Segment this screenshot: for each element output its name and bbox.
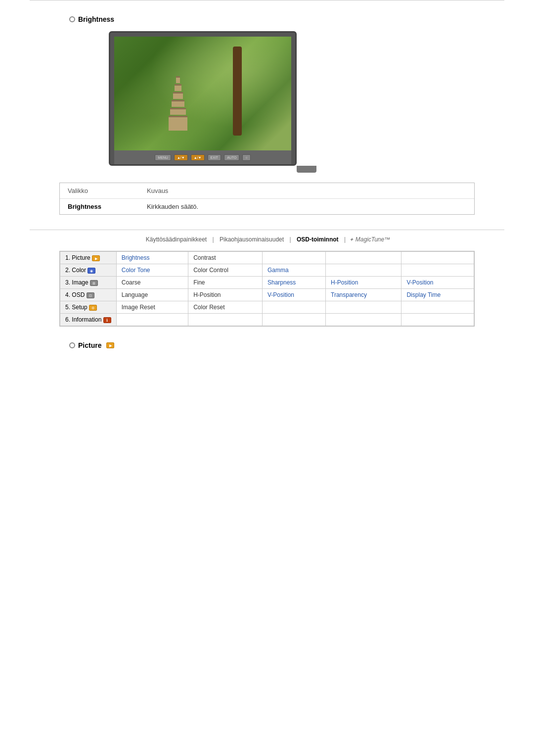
col-kuvaus: Kuvaus [147,187,168,194]
sub-empty-4 [326,264,401,277]
sub-info-1 [116,314,188,326]
sub-coarse[interactable]: Coarse [116,277,188,289]
picture-icon: ▶ [92,255,100,261]
info-table-header: Valikko Kuvaus [60,183,474,199]
menu-item-image[interactable]: 3. Image ⊞ [60,277,117,289]
contrast-button[interactable]: ▲/▼ [191,154,205,161]
picture-circle-icon [69,342,75,348]
nav-link-1[interactable]: Käyttösäädinpainikkeet [146,236,207,243]
sub-color-reset[interactable]: Color Reset [188,301,263,314]
menu-item-information[interactable]: 6. Information ℹ [60,314,117,326]
col-valikko: Valikko [68,187,147,194]
table-row: 5. Setup ⚙ Image Reset Color Reset [60,301,474,314]
table-row: 3. Image ⊞ Coarse Fine Sharpness H-Posit… [60,277,474,289]
picture-label: Picture [78,341,101,349]
sub-empty-1 [263,252,326,264]
monitor-stand [297,166,316,173]
info-table-row: Brightness Kirkkauden säätö. [60,199,474,214]
menu-item-color[interactable]: 2. Color ◉ [60,264,117,277]
picture-section: Picture ▶ [69,341,504,349]
screen-overlay [114,37,291,150]
magictune-logo: ✦ MagicTune™ [349,236,390,243]
monitor-screen [114,37,291,150]
sub-color-tone[interactable]: Color Tone [116,264,188,277]
table-row: 2. Color ◉ Color Tone Color Control Gamm… [60,264,474,277]
pagoda [169,76,187,132]
power-button[interactable]: ○ [242,154,250,161]
table-row: 1. Picture ▶ Brightness Contrast [60,252,474,264]
menu-table-container: 1. Picture ▶ Brightness Contrast 2. Colo… [59,251,475,327]
table-row: 4. OSD ⊡ Language H-Position V-Position … [60,289,474,301]
sub-brightness[interactable]: Brightness [116,252,188,264]
sub-empty-3 [401,252,474,264]
sub-fine[interactable]: Fine [188,277,263,289]
auto-button[interactable]: AUTO [224,154,239,161]
row-label: Brightness [68,203,147,210]
sub-v-position[interactable]: V-Position [401,277,474,289]
sub-transparency[interactable]: Transparency [326,289,401,301]
sub-info-2 [188,314,263,326]
image-icon: ⊞ [90,280,98,286]
osd-icon: ⊡ [87,292,94,298]
nav-link-3[interactable]: OSD-toiminnot [297,236,339,243]
sub-info-5 [401,314,474,326]
table-row: 6. Information ℹ [60,314,474,326]
nav-sep-3: | [344,236,346,243]
sub-info-3 [263,314,326,326]
monitor-controls: MENU ▲/▼ ▲/▼ EXIT AUTO ○ [114,150,291,164]
sub-empty-2 [326,252,401,264]
menu-item-setup[interactable]: 5. Setup ⚙ [60,301,117,314]
information-icon: ℹ [103,317,111,323]
sub-empty-5 [401,264,474,277]
sub-empty-6 [263,301,326,314]
nav-links: Käyttösäädinpainikkeet | Pikaohjausomina… [30,230,504,243]
color-icon: ◉ [88,268,95,274]
sub-info-4 [326,314,401,326]
sub-image-reset[interactable]: Image Reset [116,301,188,314]
menu-item-picture[interactable]: 1. Picture ▶ [60,252,117,264]
sub-display-time[interactable]: Display Time [401,289,474,301]
sub-osd-v-position[interactable]: V-Position [263,289,326,301]
sub-empty-8 [401,301,474,314]
sub-color-control[interactable]: Color Control [188,264,263,277]
sub-contrast[interactable]: Contrast [188,252,263,264]
sub-language[interactable]: Language [116,289,188,301]
exit-button[interactable]: EXIT [208,154,222,161]
menu-table: 1. Picture ▶ Brightness Contrast 2. Colo… [60,251,474,326]
sub-sharpness[interactable]: Sharpness [263,277,326,289]
nav-sep-2: | [289,236,291,243]
tree-trunk [233,47,242,136]
row-value: Kirkkauden säätö. [147,203,198,210]
nav-sep-1: | [213,236,214,243]
nav-link-2[interactable]: Pikaohjausominaisuudet [220,236,284,243]
brightness-label: Brightness [78,15,114,23]
monitor-image: MENU ▲/▼ ▲/▼ EXIT AUTO ○ [109,31,504,173]
monitor-outer: MENU ▲/▼ ▲/▼ EXIT AUTO ○ [109,31,297,166]
sub-gamma[interactable]: Gamma [263,264,326,277]
menu-item-osd[interactable]: 4. OSD ⊡ [60,289,117,301]
magictune-text: MagicTune™ [356,236,390,243]
setup-icon: ⚙ [89,305,97,311]
circle-icon [69,16,75,22]
brightness-button[interactable]: ▲/▼ [174,154,188,161]
menu-button[interactable]: MENU [155,154,171,161]
sub-osd-h-position[interactable]: H-Position [188,289,263,301]
info-table: Valikko Kuvaus Brightness Kirkkauden sää… [59,183,475,215]
brightness-section-title: Brightness [69,15,504,23]
sub-h-position[interactable]: H-Position [326,277,401,289]
picture-bottom-icon: ▶ [106,342,114,348]
sub-empty-7 [326,301,401,314]
